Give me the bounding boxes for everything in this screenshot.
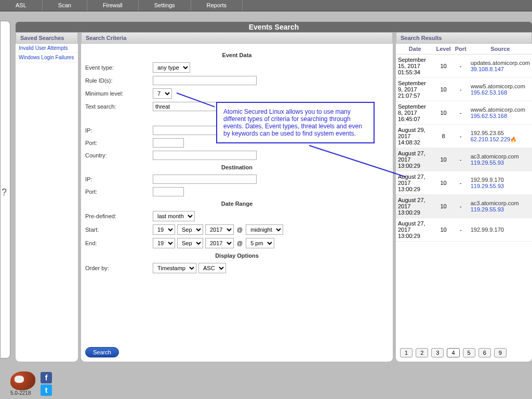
col-date[interactable]: Date (396, 44, 434, 55)
cell-date: August 27, 2017 13:00:29 (396, 195, 434, 218)
start-year-select[interactable]: 2017 (205, 224, 234, 235)
order-dir-select[interactable]: ASC (198, 263, 226, 273)
country-input[interactable] (153, 151, 257, 160)
cell-date: August 27, 2017 13:00:29 (396, 148, 434, 171)
table-row[interactable]: September 8, 2017 16:45:0710-www5.atomic… (396, 101, 532, 125)
table-row[interactable]: August 27, 2017 13:00:2910-ac3.atomicorp… (396, 148, 532, 171)
min-level-select[interactable]: 7 (153, 88, 172, 99)
pagination: 1234569 (400, 348, 507, 357)
section-event-data: Event Data (85, 52, 389, 58)
top-nav: ASL Scan Firewall Settings Reports (0, 0, 532, 11)
predefined-select[interactable]: last month (153, 211, 195, 221)
nav-asl[interactable]: ASL (0, 0, 43, 11)
source-ip-link[interactable]: 195.62.53.168 (471, 113, 530, 119)
table-row[interactable]: September 9, 2017 21:07:5710-www5.atomic… (396, 78, 532, 101)
cell-level: 10 (434, 195, 453, 218)
cell-source: 192.99.9.170 (469, 218, 532, 242)
start-month-select[interactable]: Sep (177, 224, 203, 235)
page-4[interactable]: 4 (447, 348, 459, 357)
page-9[interactable]: 9 (494, 348, 507, 357)
col-level[interactable]: Level (434, 44, 453, 55)
saved-search-item[interactable]: Windows Login Failures (16, 53, 78, 62)
col-port[interactable]: Port (453, 44, 469, 55)
label-source-port: Port: (85, 140, 153, 146)
rule-ids-input[interactable] (153, 76, 257, 85)
search-criteria-header: Search Criteria (81, 32, 393, 44)
cell-level: 10 (434, 171, 453, 195)
source-ip-link[interactable]: 39.108.8.147 (471, 66, 530, 72)
section-date-range: Date Range (85, 201, 389, 207)
table-row[interactable]: August 27, 2017 13:00:2910-ac3.atomicorp… (396, 195, 532, 218)
cell-source: 192.95.23.6562.210.152.229🔥 (469, 125, 532, 148)
nav-settings[interactable]: Settings (139, 0, 191, 11)
source-ip-link[interactable]: 119.29.55.93 (471, 159, 530, 166)
cell-port: - (453, 148, 469, 171)
end-time-select[interactable]: 5 pm (246, 238, 274, 248)
source-ip-link[interactable]: 195.62.53.168 (471, 89, 530, 96)
table-row[interactable]: August 27, 2017 13:00:2910-192.99.9.170 (396, 218, 532, 242)
label-dest-ip: IP: (85, 176, 153, 182)
end-month-select[interactable]: Sep (177, 238, 203, 248)
cell-date: August 27, 2017 13:00:29 (396, 218, 434, 242)
dest-port-input[interactable] (153, 187, 184, 196)
nav-scan[interactable]: Scan (43, 0, 87, 11)
tooltip-callout: Atomic Secured Linux allows you to use m… (216, 102, 375, 143)
event-type-select[interactable]: any type (153, 62, 190, 73)
section-destination: Destination (85, 164, 389, 170)
label-start: Start: (85, 227, 153, 233)
cell-port: - (453, 171, 469, 195)
facebook-icon[interactable]: f (41, 372, 52, 383)
cell-date: September 8, 2017 16:45:07 (396, 101, 434, 125)
label-text-search: Text search: (85, 103, 153, 110)
cell-port: - (453, 218, 469, 242)
saved-searches-header: Saved Searches (16, 32, 78, 44)
start-time-select[interactable]: midnight (246, 224, 283, 235)
cell-level: 8 (434, 125, 453, 148)
page-6[interactable]: 6 (478, 348, 491, 357)
end-day-select[interactable]: 19 (153, 238, 175, 248)
saved-search-item[interactable]: Invalid User Attempts (16, 44, 78, 53)
cell-source: 192.99.9.170119.29.55.93 (469, 171, 532, 195)
cell-date: August 29, 2017 14:08:32 (396, 125, 434, 148)
help-button[interactable]: ? (2, 187, 7, 198)
cell-port: - (453, 195, 469, 218)
cell-level: 10 (434, 101, 453, 125)
table-row[interactable]: August 29, 2017 14:08:328-192.95.23.6562… (396, 125, 532, 148)
dest-ip-input[interactable] (153, 175, 257, 184)
label-rule-ids: Rule ID(s): (85, 77, 153, 84)
start-day-select[interactable]: 19 (153, 224, 175, 235)
page-1[interactable]: 1 (400, 348, 413, 357)
table-row[interactable]: August 27, 2017 13:00:2910-192.99.9.1701… (396, 171, 532, 195)
search-button[interactable]: Search (85, 347, 119, 357)
cell-source: ac3.atomicorp.com119.29.55.93 (469, 148, 532, 171)
cell-source: www5.atomicorp.com195.62.53.168 (469, 101, 532, 125)
label-predefined: Pre-defined: (85, 213, 153, 219)
label-country: Country: (85, 152, 153, 158)
page-5[interactable]: 5 (463, 348, 475, 357)
footer: 5.0-2218 f t (10, 371, 52, 396)
mascot-icon (10, 371, 35, 390)
cell-level: 10 (434, 78, 453, 101)
label-order-by: Order by: (85, 265, 153, 271)
page-3[interactable]: 3 (431, 348, 444, 357)
end-year-select[interactable]: 2017 (205, 238, 234, 248)
cell-port: - (453, 101, 469, 125)
page-2[interactable]: 2 (416, 348, 428, 357)
source-port-input[interactable] (153, 138, 184, 148)
order-field-select[interactable]: Timestamp (153, 263, 196, 273)
page-title-bar: Events Search (16, 22, 532, 32)
source-ip-link[interactable]: 62.210.152.229🔥 (471, 136, 530, 142)
label-at: @ (237, 240, 243, 246)
section-display-options: Display Options (85, 252, 389, 259)
label-event-type: Event type: (85, 64, 153, 71)
col-source[interactable]: Source (469, 44, 532, 55)
cell-source: www5.atomicorp.com195.62.53.168 (469, 78, 532, 101)
nav-firewall[interactable]: Firewall (87, 0, 139, 11)
nav-reports[interactable]: Reports (191, 0, 243, 11)
twitter-icon[interactable]: t (41, 384, 52, 396)
table-row[interactable]: September 15, 2017 01:55:3410-updates.at… (396, 55, 532, 78)
source-ip-link[interactable]: 119.29.55.93 (471, 183, 530, 189)
label-end: End: (85, 240, 153, 246)
cell-source: ac3.atomicorp.com119.29.55.93 (469, 195, 532, 218)
source-ip-link[interactable]: 119.29.55.93 (471, 206, 530, 212)
